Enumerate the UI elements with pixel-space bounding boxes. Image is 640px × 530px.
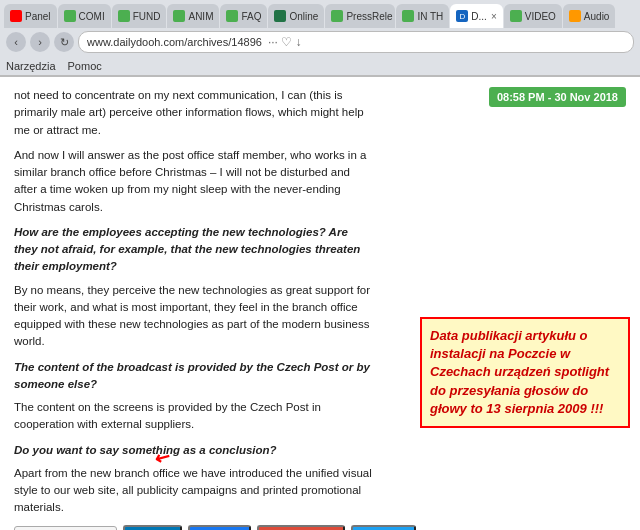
browser-chrome: Panel COMI FUND ANIM FAQ Online PressRel…: [0, 0, 640, 77]
tab-comi[interactable]: COMI: [58, 4, 111, 28]
url-input[interactable]: www.dailydooh.com/archives/14896 ··· ♡ ↓: [78, 31, 634, 53]
tab-favicon-dd: D: [456, 10, 468, 22]
date-badge: 08:58 PM - 30 Nov 2018: [489, 87, 626, 107]
tab-audio[interactable]: Audio: [563, 4, 616, 28]
back-button[interactable]: ‹: [6, 32, 26, 52]
article-para-3: By no means, they perceive the new techn…: [14, 282, 374, 351]
url-icons: ··· ♡ ↓: [268, 35, 302, 49]
forward-button[interactable]: ›: [30, 32, 50, 52]
article-body: not need to concentrate on my next commu…: [14, 87, 374, 517]
tab-label: Panel: [25, 11, 51, 22]
tab-favicon-xl: [274, 10, 286, 22]
yt-favicon: [10, 10, 22, 22]
action-bar: 🖨 Print This Po... in Share f Share 0 G+…: [14, 525, 626, 531]
article-para-5: Apart from the new branch office we have…: [14, 465, 374, 517]
refresh-button[interactable]: ↻: [54, 32, 74, 52]
article-question-2: The content of the broadcast is provided…: [14, 359, 374, 394]
linkedin-share-button[interactable]: in Share: [123, 525, 182, 530]
tab-label: IN TH: [417, 11, 443, 22]
page-content: 08:58 PM - 30 Nov 2018 not need to conce…: [0, 77, 640, 530]
tab-favicon-comi: [64, 10, 76, 22]
tab-panel[interactable]: Panel: [4, 4, 57, 28]
tab-bar: Panel COMI FUND ANIM FAQ Online PressRel…: [0, 0, 640, 28]
tab-online[interactable]: Online: [268, 4, 324, 28]
annotation-box: Data publikacji artykułu o instalacji na…: [420, 317, 630, 428]
tab-favicon-anim: [173, 10, 185, 22]
tab-dd[interactable]: D D... ×: [450, 4, 502, 28]
menu-bar: Narzędzia Pomoc: [0, 56, 640, 76]
tab-favicon-inth: [402, 10, 414, 22]
tab-label: PressRele: [346, 11, 392, 22]
tab-label: VIDEO: [525, 11, 556, 22]
url-text: www.dailydooh.com/archives/14896: [87, 36, 262, 48]
tab-favicon-video: [510, 10, 522, 22]
tab-fund[interactable]: FUND: [112, 4, 167, 28]
article-para-1: not need to concentrate on my next commu…: [14, 87, 374, 139]
tab-label: Online: [289, 11, 318, 22]
tweet-button[interactable]: 🐦 Tweet: [351, 525, 415, 531]
tab-label: COMI: [79, 11, 105, 22]
tab-anim[interactable]: ANIM: [167, 4, 219, 28]
tab-inth[interactable]: IN TH: [396, 4, 449, 28]
annotation-text: Data publikacji artykułu o instalacji na…: [430, 328, 609, 416]
article-question-1: How are the employees accepting the new …: [14, 224, 374, 276]
print-button[interactable]: 🖨 Print This Po...: [14, 526, 117, 530]
gplus-button[interactable]: G+ Udostępnij: [257, 525, 345, 530]
menu-pomoc[interactable]: Pomoc: [68, 60, 102, 72]
tab-faq[interactable]: FAQ: [220, 4, 267, 28]
tab-favicon-faq: [226, 10, 238, 22]
tab-video[interactable]: VIDEO: [504, 4, 562, 28]
facebook-share-button[interactable]: f Share 0: [188, 525, 251, 530]
tab-favicon-audio: [569, 10, 581, 22]
tab-favicon-press: [331, 10, 343, 22]
address-bar: ‹ › ↻ www.dailydooh.com/archives/14896 ·…: [0, 28, 640, 56]
tab-favicon-fund: [118, 10, 130, 22]
article-question-3: Do you want to say something as a conclu…: [14, 442, 374, 459]
tab-label: FUND: [133, 11, 161, 22]
tab-pressrele[interactable]: PressRele: [325, 4, 395, 28]
article-para-4: The content on the screens is provided b…: [14, 399, 374, 434]
tab-close-icon[interactable]: ×: [491, 11, 497, 22]
tab-label: ANIM: [188, 11, 213, 22]
tab-label: FAQ: [241, 11, 261, 22]
menu-narzedzia[interactable]: Narzędzia: [6, 60, 56, 72]
tab-label: D...: [471, 11, 487, 22]
tab-label: Audio: [584, 11, 610, 22]
article-para-2: And now I will answer as the post office…: [14, 147, 374, 216]
